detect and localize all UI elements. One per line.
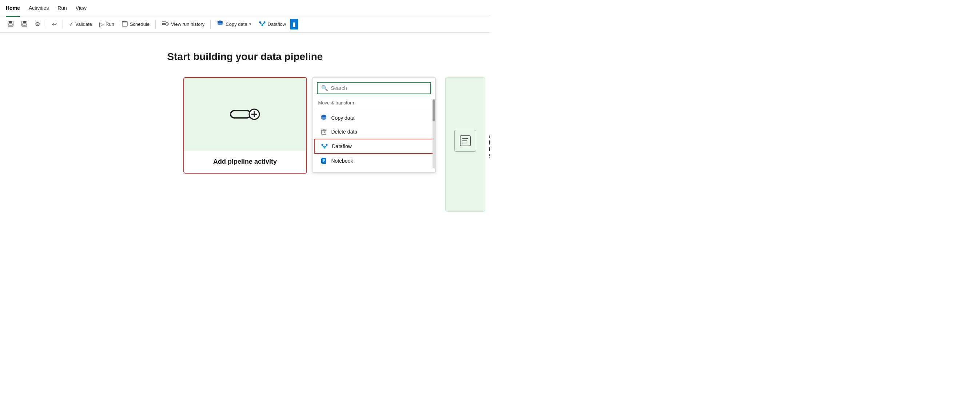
search-input[interactable] bbox=[331, 85, 427, 91]
task-to-start-text: a task to start bbox=[489, 133, 490, 159]
undo-icon: ↩ bbox=[52, 21, 57, 28]
dataflow-toolbar-label: Dataflow bbox=[268, 21, 286, 27]
svg-point-19 bbox=[259, 21, 261, 23]
run-history-icon bbox=[162, 21, 169, 29]
copy-data-button[interactable]: Copy data ▾ bbox=[213, 19, 254, 30]
dropdown-copy-data[interactable]: Copy data bbox=[314, 111, 434, 125]
separator-2 bbox=[62, 20, 63, 29]
copy-data-label: Copy data bbox=[226, 21, 247, 27]
view-run-history-label: View run history bbox=[171, 21, 204, 27]
cards-row: Add pipeline activity 🔍 Move & transform bbox=[183, 77, 307, 174]
svg-rect-40 bbox=[321, 158, 326, 164]
svg-rect-11 bbox=[162, 21, 166, 22]
svg-point-20 bbox=[263, 21, 265, 23]
svg-point-21 bbox=[261, 24, 263, 26]
svg-rect-2 bbox=[9, 24, 13, 26]
checkmark-icon: ✓ bbox=[69, 21, 73, 28]
page-title: Start building your data pipeline bbox=[167, 51, 323, 62]
notebook-menu-label: Notebook bbox=[331, 158, 353, 164]
svg-line-39 bbox=[325, 146, 327, 147]
right-card bbox=[445, 77, 485, 212]
main-content: Start building your data pipeline Add pi… bbox=[0, 33, 490, 405]
svg-line-23 bbox=[262, 23, 264, 24]
svg-line-22 bbox=[260, 23, 262, 24]
separator-1 bbox=[46, 20, 46, 29]
copy-data-dropdown-icon[interactable]: ▾ bbox=[249, 22, 251, 27]
svg-rect-13 bbox=[162, 24, 166, 25]
copy-data-menu-label: Copy data bbox=[331, 115, 355, 121]
schedule-button[interactable]: Schedule bbox=[119, 19, 153, 30]
add-pipeline-card-top bbox=[184, 78, 306, 151]
settings-button[interactable]: ⚙ bbox=[32, 19, 43, 29]
search-box: 🔍 bbox=[317, 82, 431, 94]
run-label: Run bbox=[105, 21, 114, 27]
activity-dropdown-panel: 🔍 Move & transform Copy data bbox=[312, 77, 436, 172]
dataflow-menu-icon bbox=[320, 142, 328, 150]
right-card-icon bbox=[454, 130, 476, 152]
settings-icon: ⚙ bbox=[35, 21, 40, 28]
menu-view[interactable]: View bbox=[76, 4, 87, 13]
more-icon: ▮ bbox=[293, 21, 296, 28]
schedule-icon bbox=[121, 21, 128, 29]
pipeline-plus-icon bbox=[229, 102, 262, 127]
dataflow-toolbar-button[interactable]: Dataflow bbox=[256, 19, 289, 30]
menu-home[interactable]: Home bbox=[6, 4, 20, 13]
schedule-label: Schedule bbox=[130, 21, 150, 27]
svg-rect-7 bbox=[122, 21, 127, 26]
svg-rect-1 bbox=[9, 21, 12, 23]
dataflow-toolbar-icon bbox=[259, 21, 266, 29]
add-pipeline-label: Add pipeline activity bbox=[213, 158, 277, 165]
svg-line-38 bbox=[322, 146, 325, 147]
svg-rect-30 bbox=[321, 130, 326, 134]
add-pipeline-card[interactable]: Add pipeline activity bbox=[183, 77, 307, 174]
svg-rect-12 bbox=[162, 23, 165, 24]
svg-rect-24 bbox=[231, 111, 251, 118]
delete-data-menu-icon bbox=[320, 128, 328, 136]
menu-bar: Home Activities Run View bbox=[0, 0, 490, 16]
view-run-history-button[interactable]: View run history bbox=[159, 19, 207, 30]
delete-data-menu-label: Delete data bbox=[331, 129, 358, 135]
copy-data-menu-icon bbox=[320, 114, 328, 122]
validate-label: Validate bbox=[75, 21, 92, 27]
save-as-icon: + bbox=[21, 21, 28, 29]
svg-point-37 bbox=[323, 147, 325, 149]
dataflow-menu-label: Dataflow bbox=[332, 144, 352, 149]
dropdown-notebook[interactable]: Notebook bbox=[314, 154, 434, 168]
svg-point-35 bbox=[321, 144, 323, 146]
run-icon: ▷ bbox=[99, 21, 104, 28]
save-as-button[interactable]: + bbox=[18, 19, 30, 30]
search-icon: 🔍 bbox=[321, 85, 328, 91]
run-button[interactable]: ▷ Run bbox=[96, 19, 117, 29]
copy-data-icon bbox=[216, 21, 224, 29]
add-pipeline-card-bottom: Add pipeline activity bbox=[184, 151, 306, 173]
save-icon bbox=[7, 21, 14, 29]
menu-run[interactable]: Run bbox=[57, 4, 67, 13]
scrollbar-track[interactable] bbox=[433, 99, 435, 169]
dropdown-delete-data[interactable]: Delete data bbox=[314, 125, 434, 139]
separator-3 bbox=[155, 20, 156, 29]
dropdown-dataflow[interactable]: Dataflow bbox=[314, 139, 434, 154]
svg-text:+: + bbox=[24, 24, 25, 26]
svg-point-36 bbox=[326, 144, 328, 146]
toolbar: + ⚙ ↩ ✓ Validate ▷ Run Schedule bbox=[0, 16, 490, 33]
svg-rect-4 bbox=[23, 21, 26, 23]
undo-button[interactable]: ↩ bbox=[49, 19, 60, 29]
more-toolbar-button[interactable]: ▮ bbox=[290, 19, 298, 29]
svg-rect-44 bbox=[321, 159, 322, 163]
scrollbar-thumb bbox=[433, 99, 435, 121]
save-button[interactable] bbox=[4, 19, 17, 30]
validate-button[interactable]: ✓ Validate bbox=[66, 19, 95, 29]
section-label: Move & transform bbox=[312, 99, 436, 108]
menu-activities[interactable]: Activities bbox=[29, 4, 49, 13]
separator-4 bbox=[210, 20, 211, 29]
notebook-menu-icon bbox=[320, 157, 328, 165]
section-divider bbox=[317, 108, 431, 108]
